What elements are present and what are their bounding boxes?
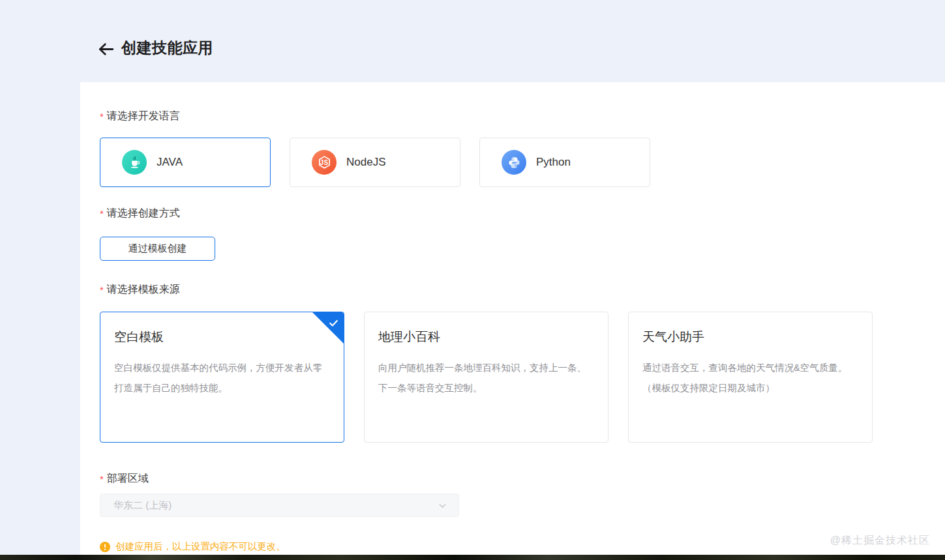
watermark: @稀土掘金技术社区 [830, 534, 930, 548]
field-label-template-source: * 请选择模板来源 [100, 283, 925, 296]
field-label-creation-method-text: 请选择创建方式 [107, 207, 180, 220]
notice-text: 创建应用后，以上设置内容不可以更改。 [115, 540, 286, 553]
template-title: 天气小助手 [642, 329, 859, 346]
template-description: 空白模板仅提供基本的代码示例，方便开发者从零打造属于自己的独特技能。 [114, 358, 331, 398]
check-icon [328, 317, 339, 329]
nodejs-icon-text: JS [312, 150, 337, 175]
language-option-label: JAVA [157, 156, 183, 169]
java-icon [122, 150, 147, 175]
template-description: 向用户随机推荐一条地理百科知识，支持上一条、下一条等语音交互控制。 [378, 358, 595, 398]
field-label-template-source-text: 请选择模板来源 [107, 283, 180, 296]
language-option-label: NodeJS [346, 156, 385, 169]
back-arrow-icon [97, 40, 115, 59]
page-header: 创建技能应用 [0, 0, 945, 82]
desktop-background-strip [0, 555, 945, 560]
language-options-row: JAVA JS NodeJS Python [100, 138, 925, 187]
field-label-creation-method: * 请选择创建方式 [100, 207, 925, 220]
create-by-template-button[interactable]: 通过模板创建 [100, 237, 215, 261]
language-option-python[interactable]: Python [479, 138, 650, 187]
template-title: 空白模板 [114, 329, 331, 346]
template-title: 地理小百科 [378, 329, 595, 346]
immutable-settings-notice: 创建应用后，以上设置内容不可以更改。 [100, 540, 925, 553]
field-label-region: * 部署区域 [100, 472, 925, 485]
region-select-value: 华东二 (上海) [113, 499, 172, 512]
chevron-down-icon [438, 501, 447, 510]
python-icon [502, 150, 526, 175]
template-description: 通过语音交互，查询各地的天气情况&空气质量。（模板仅支持限定日期及城市） [642, 358, 859, 398]
required-asterisk: * [100, 473, 104, 486]
back-button[interactable] [96, 39, 115, 59]
region-select[interactable]: 华东二 (上海) [100, 494, 459, 517]
required-asterisk: * [100, 110, 104, 123]
template-option-blank[interactable]: 空白模板 空白模板仅提供基本的代码示例，方便开发者从零打造属于自己的独特技能。 [100, 312, 344, 443]
page-title: 创建技能应用 [121, 38, 213, 58]
field-label-language: * 请选择开发语言 [100, 110, 925, 123]
template-option-weather[interactable]: 天气小助手 通过语音交互，查询各地的天气情况&空气质量。（模板仅支持限定日期及城… [628, 312, 873, 443]
field-label-language-text: 请选择开发语言 [107, 110, 180, 123]
required-asterisk: * [100, 207, 104, 220]
required-asterisk: * [100, 284, 104, 297]
language-option-java[interactable]: JAVA [100, 138, 271, 187]
template-options-row: 空白模板 空白模板仅提供基本的代码示例，方便开发者从零打造属于自己的独特技能。 … [100, 312, 925, 443]
language-option-label: Python [536, 156, 571, 169]
warning-icon [100, 542, 110, 552]
content-panel: * 请选择开发语言 JAVA JS NodeJS [80, 82, 945, 555]
template-option-geography[interactable]: 地理小百科 向用户随机推荐一条地理百科知识，支持上一条、下一条等语音交互控制。 [364, 312, 608, 443]
nodejs-icon: JS [312, 150, 337, 175]
field-label-region-text: 部署区域 [107, 472, 149, 485]
language-option-nodejs[interactable]: JS NodeJS [290, 138, 460, 187]
